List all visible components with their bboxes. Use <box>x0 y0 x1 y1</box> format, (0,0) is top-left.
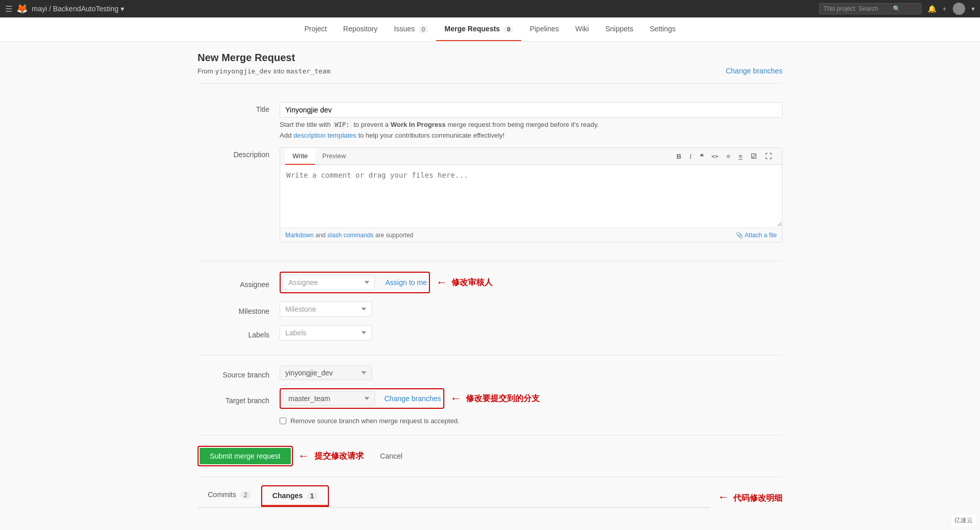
assignee-dropdown[interactable]: Assignee <box>283 275 375 290</box>
fullscreen-btn[interactable]: ⛶ <box>763 152 774 161</box>
branch-into-label: into <box>273 67 284 75</box>
source-branch-dropdown[interactable]: yinyongjie_dev <box>280 366 372 380</box>
wip-code: WIP: <box>332 121 351 129</box>
change-branches-btn[interactable]: Change branches <box>384 394 441 403</box>
form-section-title-desc: Title Start the title with WIP: to preve… <box>198 92 782 261</box>
desc-template-link[interactable]: description templates <box>293 131 357 139</box>
search-box[interactable]: 🔍 <box>819 3 922 14</box>
assignee-control-row: Assignee Assign to me ← 修改审核人 <box>280 272 493 293</box>
target-branch-dropdown[interactable]: master_team <box>283 391 375 406</box>
submit-annotated-row: Submit merge request ← 提交修改请求 <box>198 446 364 466</box>
changes-count: 1 <box>307 492 318 500</box>
nav-snippets[interactable]: Snippets <box>597 17 641 41</box>
desc-footer: Markdown and slash commands are supporte… <box>280 228 782 242</box>
nav-issues[interactable]: Issues 0 <box>386 17 436 41</box>
markdown-info: Markdown and slash commands are supporte… <box>285 232 414 239</box>
branch-from-label: From <box>198 67 213 75</box>
description-textarea[interactable] <box>280 165 782 226</box>
attach-file-link[interactable]: 📎 Attach a file <box>736 232 777 239</box>
nav-settings[interactable]: Settings <box>641 17 684 41</box>
write-tab[interactable]: Write <box>285 148 315 165</box>
description-control: Write Preview B I ❝ <> ≡ ≡ ☑ ⛶ <box>280 147 782 242</box>
code-btn[interactable]: <> <box>710 152 720 161</box>
cancel-button[interactable]: Cancel <box>372 448 411 464</box>
branch-info-left: From yinyongjie_dev into master_team <box>198 67 330 75</box>
slash-commands-link[interactable]: slash commands <box>327 232 374 239</box>
assignee-zh-annotation: 修改审核人 <box>452 277 493 288</box>
change-branches-top-link[interactable]: Change branches <box>726 67 782 75</box>
form-section-branches: Source branch yinyongjie_dev Target bran… <box>198 355 782 436</box>
issues-badge: 0 <box>419 26 428 33</box>
target-branch-control-row: master_team Change branches ← 修改要提交到的分支 <box>280 388 540 409</box>
title-control: Start the title with WIP: to prevent a W… <box>280 102 782 139</box>
assignee-label: Assignee <box>198 276 280 289</box>
desc-tab-left: Write Preview <box>285 148 353 164</box>
title-row: Title Start the title with WIP: to preve… <box>198 102 782 139</box>
target-branch-arrow: ← <box>450 392 462 405</box>
italic-btn[interactable]: I <box>688 152 694 161</box>
avatar-caret-icon[interactable]: ▾ <box>971 5 975 13</box>
labels-dropdown[interactable]: Labels <box>280 325 372 340</box>
assignee-annotated-box: Assignee Assign to me <box>280 272 430 293</box>
markdown-link[interactable]: Markdown <box>285 232 313 239</box>
checklist-btn[interactable]: ☑ <box>749 152 759 161</box>
avatar[interactable] <box>953 3 965 15</box>
nav-project[interactable]: Project <box>296 17 335 41</box>
preview-tab[interactable]: Preview <box>315 148 353 165</box>
top-bar: ☰ 🦊 mayi / BackendAutoTesting ▾ 🔍 🔔 + ▾ <box>0 0 980 17</box>
source-branch-control: yinyongjie_dev <box>280 366 372 380</box>
quote-btn[interactable]: ❝ <box>698 152 705 161</box>
assignee-arrow: ← <box>436 276 447 289</box>
search-input[interactable] <box>824 5 890 12</box>
milestone-control: Milestone <box>280 301 372 317</box>
submit-annotated-box: Submit merge request <box>198 446 293 466</box>
commits-tab[interactable]: Commits 2 <box>198 485 261 508</box>
plus-icon[interactable]: + <box>943 5 947 13</box>
main-content: New Merge Request From yinyongjie_dev in… <box>182 42 798 526</box>
bold-btn[interactable]: B <box>675 152 683 161</box>
milestone-dropdown[interactable]: Milestone <box>280 301 372 317</box>
labels-label: Labels <box>198 327 280 339</box>
assign-me-link[interactable]: Assign to me <box>385 278 427 287</box>
nav-repository[interactable]: Repository <box>335 17 386 41</box>
target-branch-zh-annotation: 修改要提交到的分支 <box>466 393 540 404</box>
wip-bold: Work In Progress <box>390 121 445 128</box>
target-branch-section: Target branch master_team Change branche… <box>198 388 782 409</box>
bottom-tabs-section: Commits 2 Changes 1 ← 代码修改明细 <box>198 477 782 516</box>
hamburger-icon[interactable]: ☰ <box>5 4 12 14</box>
ul-btn[interactable]: ≡ <box>724 152 733 161</box>
form-section-meta: Assignee Assignee Assign to me ← 修改审核人 M… <box>198 261 782 355</box>
submit-merge-request-button[interactable]: Submit merge request <box>200 448 291 464</box>
source-branch-label: Source branch <box>198 367 280 379</box>
nav-wiki[interactable]: Wiki <box>567 17 597 41</box>
changes-tab[interactable]: Changes 1 <box>262 486 328 506</box>
project-nav-inner: Project Repository Issues 0 Merge Reques… <box>296 17 684 41</box>
remove-source-branch-checkbox[interactable] <box>280 418 286 424</box>
project-nav: Project Repository Issues 0 Merge Reques… <box>0 17 980 42</box>
milestone-row: Milestone Milestone <box>198 301 782 317</box>
brand-name[interactable]: mayi / BackendAutoTesting ▾ <box>32 5 124 13</box>
assignee-section: Assignee Assignee Assign to me ← 修改审核人 <box>198 272 782 293</box>
remove-source-branch-row: Remove source branch when merge request … <box>280 417 782 425</box>
submit-arrow: ← <box>298 449 309 463</box>
nav-merge-requests[interactable]: Merge Requests 0 <box>436 17 521 41</box>
nav-pipelines[interactable]: Pipelines <box>521 17 567 41</box>
description-row: Description Write Preview B I ❝ <> ≡ <box>198 147 782 242</box>
submit-zh-annotation: 提交修改请求 <box>315 451 364 462</box>
top-bar-left: ☰ 🦊 mayi / BackendAutoTesting ▾ <box>5 3 814 14</box>
ol-btn[interactable]: ≡ <box>736 152 744 161</box>
remove-source-branch-label: Remove source branch when merge request … <box>290 417 460 425</box>
description-label: Description <box>198 147 280 159</box>
watermark: 亿速云 <box>951 515 976 526</box>
milestone-label: Milestone <box>198 303 280 315</box>
brand-logo: 🦊 <box>16 3 28 14</box>
bell-icon[interactable]: 🔔 <box>928 5 936 13</box>
target-branch-label: Target branch <box>198 392 280 405</box>
into-branch: master_team <box>286 67 330 75</box>
title-input[interactable] <box>280 102 782 118</box>
wip-hint: Start the title with WIP: to prevent a W… <box>280 121 782 128</box>
search-icon: 🔍 <box>893 5 900 12</box>
bottom-tabs-row: Commits 2 Changes 1 ← 代码修改明细 <box>198 485 782 508</box>
changes-tab-annotated-box: Changes 1 <box>261 485 329 507</box>
source-branch-row: Source branch yinyongjie_dev <box>198 366 782 380</box>
